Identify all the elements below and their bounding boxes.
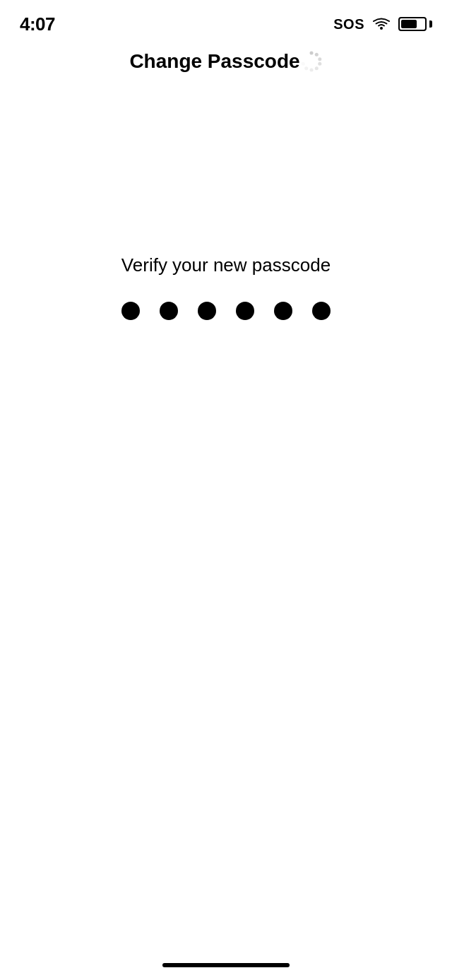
svg-point-7 (304, 66, 308, 70)
battery-icon (398, 17, 432, 31)
battery-fill (401, 20, 417, 28)
passcode-dot-2 (160, 302, 178, 320)
svg-point-0 (380, 27, 383, 30)
main-content: Verify your new passcode (0, 85, 452, 320)
verify-label: Verify your new passcode (121, 254, 331, 276)
passcode-dots-container (121, 302, 331, 320)
status-right-icons: SOS (333, 16, 432, 33)
passcode-dot-4 (236, 302, 254, 320)
sos-label: SOS (333, 16, 364, 33)
wifi-icon (371, 17, 391, 31)
svg-point-6 (309, 69, 313, 72)
home-indicator (162, 963, 290, 967)
svg-point-4 (318, 62, 321, 66)
loading-spinner-icon (300, 50, 323, 73)
passcode-dot-3 (198, 302, 216, 320)
battery-tip (429, 20, 432, 28)
svg-point-1 (309, 52, 313, 55)
page-title: Change Passcode (129, 50, 299, 73)
battery-body (398, 17, 427, 31)
svg-point-3 (318, 57, 321, 61)
status-bar: 4:07 SOS (0, 0, 452, 38)
svg-point-2 (314, 53, 318, 57)
passcode-dot-1 (121, 302, 140, 320)
passcode-dot-5 (274, 302, 292, 320)
status-time: 4:07 (20, 13, 55, 35)
nav-header: Change Passcode (0, 38, 452, 85)
svg-point-8 (301, 62, 304, 66)
svg-point-5 (314, 66, 318, 70)
passcode-dot-6 (312, 302, 331, 320)
